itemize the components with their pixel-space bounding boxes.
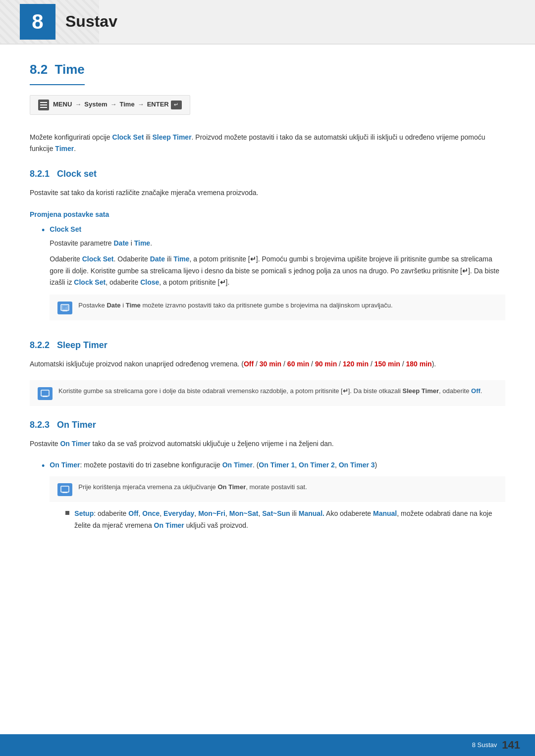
enter-label: ENTER bbox=[147, 100, 169, 110]
section-main-title: 8.2 Time bbox=[30, 59, 85, 85]
clock-set-bullets: • Clock Set Postavite parametre Date i T… bbox=[42, 224, 505, 326]
subsection-822-title: 8.2.2 Sleep Timer bbox=[30, 338, 505, 353]
on-timer-main-text: On Timer: možete postaviti do tri zasebn… bbox=[50, 459, 505, 471]
clock-set-label: Clock Set bbox=[50, 225, 81, 233]
time-path: Time bbox=[120, 100, 135, 110]
arrow-3: → bbox=[138, 100, 144, 110]
subsection-8-2-2: 8.2.2 Sleep Timer Automatski isključuje … bbox=[30, 338, 505, 406]
subsection-823-title: 8.2.3 On Timer bbox=[30, 418, 505, 432]
note-sleep-timer: Koristite gumbe sa strelicama gore i dol… bbox=[30, 380, 505, 406]
note-icon-2 bbox=[38, 387, 53, 400]
footer-page-number: 141 bbox=[502, 736, 520, 754]
section-intro-text: Možete konfigurirati opcije Clock Set il… bbox=[30, 132, 505, 155]
arrow-1: → bbox=[75, 100, 81, 110]
footer-label: 8 Sustav bbox=[472, 740, 497, 751]
bullet-dot-1: • bbox=[42, 223, 45, 238]
note-clock-set-text: Postavke Date i Time možete izravno post… bbox=[78, 301, 392, 311]
bullet-dot-2: • bbox=[42, 458, 45, 474]
enter-icon: ↵ bbox=[171, 101, 182, 109]
svg-rect-0 bbox=[40, 102, 47, 103]
subsection-8-2-3: 8.2.3 On Timer Postavite On Timer tako d… bbox=[30, 418, 505, 536]
svg-rect-1 bbox=[40, 104, 47, 105]
subsubsection-clock-settings: Promjena postavke sata bbox=[30, 209, 505, 220]
note-icon-3 bbox=[57, 483, 72, 496]
note-sleep-timer-text: Koristite gumbe sa strelicama gore i dol… bbox=[58, 386, 482, 397]
on-timer-bullets: • On Timer: možete postaviti do tri zase… bbox=[42, 459, 505, 535]
chapter-title: Sustav bbox=[65, 9, 117, 34]
square-dot-1 bbox=[65, 511, 69, 515]
note-on-timer-text: Prije korištenja mjerača vremena za uklj… bbox=[78, 482, 307, 493]
menu-label: MENU bbox=[53, 100, 72, 110]
subsection-821-title: 8.2.1 Clock set bbox=[30, 167, 505, 181]
system-path: System bbox=[84, 100, 107, 110]
note-icon-1 bbox=[57, 302, 72, 314]
bullet-on-timer: • On Timer: možete postaviti do tri zase… bbox=[42, 459, 505, 535]
menu-icon bbox=[38, 100, 49, 110]
subsection-822-intro: Automatski isključuje proizvod nakon una… bbox=[30, 358, 505, 370]
menu-path-bar: MENU → System → Time → ENTER ↵ bbox=[30, 95, 190, 115]
setup-text: Setup: odaberite Off, Once, Everyday, Mo… bbox=[74, 508, 505, 532]
svg-rect-2 bbox=[40, 107, 47, 108]
clock-set-desc2: Odaberite Clock Set. Odaberite Date ili … bbox=[50, 253, 505, 289]
clock-set-desc1: Postavite parametre Date i Time. bbox=[50, 238, 505, 250]
main-content: 8.2 Time MENU → System → Time → ENTER ↵ … bbox=[0, 45, 535, 581]
chapter-number-badge: 8 bbox=[20, 4, 55, 40]
arrow-2: → bbox=[110, 100, 117, 110]
page-footer: 8 Sustav 141 bbox=[0, 734, 535, 756]
bullet-clock-set: • Clock Set Postavite parametre Date i T… bbox=[42, 224, 505, 326]
svg-rect-6 bbox=[41, 390, 49, 396]
note-clock-set: Postavke Date i Time možete izravno post… bbox=[50, 295, 505, 320]
note-on-timer: Prije korištenja mjerača vremena za uklj… bbox=[50, 476, 505, 502]
subsection-8-2-1: 8.2.1 Clock set Postavite sat tako da ko… bbox=[30, 167, 505, 326]
subsection-821-intro: Postavite sat tako da koristi različite … bbox=[30, 187, 505, 199]
subbullet-setup: Setup: odaberite Off, Once, Everyday, Mo… bbox=[65, 508, 505, 532]
svg-rect-9 bbox=[61, 486, 69, 492]
subsection-823-intro: Postavite On Timer tako da se vaš proizv… bbox=[30, 438, 505, 450]
page-header: 8 Sustav bbox=[0, 0, 535, 45]
